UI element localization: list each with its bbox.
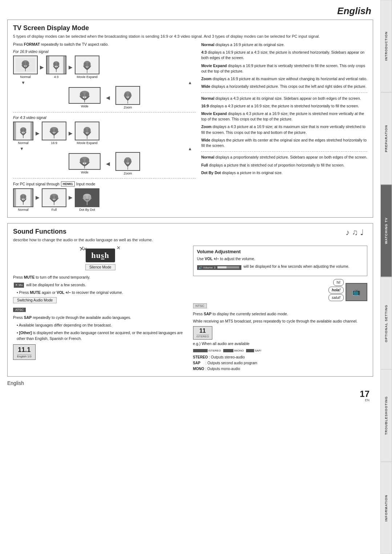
ntsc-area: NTSC bbox=[193, 303, 368, 310]
sidebar-tab-preparation[interactable]: PREPARATION bbox=[380, 93, 392, 185]
arrow-2: ▶ bbox=[69, 64, 73, 70]
screen-row-4-3-top: Normal ▶ bbox=[13, 122, 196, 145]
svg-point-24 bbox=[20, 128, 23, 132]
channel-sub-ntsc: /STEREO bbox=[196, 335, 209, 338]
label-zoom-1: Zoom bbox=[124, 106, 132, 109]
mute-bullet: • Press MUTE again or VOL +/– to recover… bbox=[13, 290, 188, 296]
desc-4-3: 4:3 displays a 16:9 picture at a 4:3 siz… bbox=[201, 50, 367, 61]
ntsc-badge: NTSC bbox=[193, 303, 207, 308]
screen-16-9: 16:9 bbox=[42, 122, 66, 145]
bottom-english-label: English bbox=[7, 380, 373, 386]
screen-movie-expand-1: Movie Expand bbox=[75, 56, 99, 79]
mono-label: /MONO bbox=[234, 349, 244, 352]
label-normal-pc: Normal bbox=[18, 208, 28, 212]
tv-icon-glyph: 📺 bbox=[352, 288, 360, 296]
tv-section-box: TV Screen Display Mode 5 types of displa… bbox=[7, 20, 373, 218]
mono-seg: /MONO bbox=[223, 349, 244, 352]
label-wide-1: Wide bbox=[81, 104, 89, 108]
stereo-seg: /STEREO bbox=[193, 349, 221, 352]
sap-bar bbox=[246, 349, 254, 352]
sound-two-col: ✕ ✕ ✕ hush Silence Mode Press MUTE to tu… bbox=[13, 246, 367, 372]
desc-wide-2: Wide displays the picture with its cente… bbox=[201, 138, 367, 148]
svg-point-20 bbox=[124, 93, 127, 97]
svg-point-48 bbox=[50, 196, 53, 200]
english-header: English bbox=[7, 5, 373, 17]
svg-point-9 bbox=[57, 62, 59, 66]
pc-input-label: For PC input signal through HDMI1 Input … bbox=[13, 181, 196, 186]
silence-mode-label: Silence Mode bbox=[85, 264, 115, 270]
audio-bars-row: /STEREO /MONO SAP/ bbox=[193, 349, 368, 352]
label-movie-expand-1: Movie Expand bbox=[77, 75, 97, 79]
channel-sub-atsc: English 1/3 bbox=[17, 354, 32, 358]
label-zoom-2: Zoom bbox=[124, 172, 132, 175]
sound-section-box: Sound Functions describe how to change t… bbox=[7, 223, 373, 377]
format-instruction: Press FORMAT repeatedly to switch the TV… bbox=[13, 42, 196, 46]
page-number: 17 bbox=[360, 390, 369, 398]
arrow-5: ▶ bbox=[69, 130, 73, 136]
hola-bubble: hola! bbox=[328, 287, 344, 294]
svg-point-28 bbox=[50, 129, 53, 133]
svg-point-8 bbox=[53, 62, 56, 66]
screen-normal-pc: Normal bbox=[13, 188, 33, 212]
sidebar-tab-troubleshooting[interactable]: TROUBLESHOOTING bbox=[380, 369, 392, 462]
svg-point-13 bbox=[88, 62, 91, 67]
page-num-block: 17 EN bbox=[360, 390, 369, 402]
sidebar-tab-information[interactable]: INFORMATION bbox=[380, 462, 392, 554]
desc-divider-1 bbox=[201, 93, 367, 93]
svg-point-17 bbox=[85, 93, 89, 97]
desc-zoom-2: Zoom displays a 4:3 picture at a 16:9 si… bbox=[201, 124, 367, 135]
desc-full: Full displays a picture that is stretche… bbox=[201, 163, 367, 168]
svg-point-49 bbox=[55, 196, 58, 200]
arrow-7: ▶ bbox=[36, 194, 40, 200]
svg-point-33 bbox=[88, 128, 91, 133]
desc-wide-1: Wide displays a horizontally stretched p… bbox=[201, 84, 367, 89]
salut-bubble: salut! bbox=[328, 294, 344, 301]
switching-audio-label: Switching Audio Mode bbox=[13, 297, 57, 303]
signal-16-9-label: For 16:9 video signal bbox=[13, 49, 196, 54]
arrow-3: ◀ bbox=[106, 95, 110, 100]
svg-point-5 bbox=[26, 61, 29, 66]
tv-section-subtitle: 5 types of display modes can be selected… bbox=[13, 34, 367, 38]
sound-right-col: Volume Adjustment Use VOL +/– to adjust … bbox=[193, 246, 368, 372]
label-4-3: 4:3 bbox=[54, 75, 59, 79]
tv-left: Press FORMAT repeatedly to switch the TV… bbox=[13, 42, 196, 213]
svg-point-54 bbox=[88, 196, 91, 200]
label-normal-4-3: Normal bbox=[18, 141, 28, 145]
label-movie-expand-2: Movie Expand bbox=[77, 141, 97, 145]
svg-point-16 bbox=[80, 93, 84, 97]
svg-point-4 bbox=[22, 61, 25, 66]
hush-decoration: ✕ ✕ ✕ hush bbox=[86, 249, 115, 262]
svg-point-40 bbox=[124, 159, 127, 163]
desc-normal-3: Normal displays a proportionately stretc… bbox=[201, 155, 367, 160]
svg-point-37 bbox=[85, 159, 89, 163]
ntsc-channel-display: 11 /STEREO bbox=[193, 326, 368, 340]
page-number-area: 17 EN bbox=[7, 390, 373, 402]
sidebar-tab-optional[interactable]: OPTIONAL SETTING bbox=[380, 277, 392, 370]
screen-movie-expand-2: Movie Expand bbox=[75, 122, 99, 145]
vol-display-note: will be displayed for a few seconds when… bbox=[244, 264, 350, 270]
svg-point-12 bbox=[83, 62, 86, 67]
channel-number-atsc: 11.1 English 1/3 bbox=[13, 344, 36, 360]
sidebar-tab-watching[interactable]: WATCHING TV bbox=[380, 185, 392, 277]
label-16-9: 16:9 bbox=[51, 141, 57, 145]
desc-zoom-1: Zoom displays a 16:9 picture at its maxi… bbox=[201, 76, 367, 82]
svg-point-44 bbox=[20, 195, 23, 199]
svg-point-41 bbox=[129, 159, 132, 163]
sidebar-tab-introduction[interactable]: INTRODUCTION bbox=[380, 0, 392, 93]
arrow-8: ▶ bbox=[69, 194, 73, 200]
volume-title: Volume Adjustment bbox=[197, 249, 364, 254]
page-lang: EN bbox=[360, 398, 369, 402]
screen-4-3: 4:3 bbox=[46, 56, 66, 79]
channel-number-ntsc: 11 /STEREO bbox=[193, 326, 212, 340]
screen-full-pc: Full bbox=[42, 188, 66, 212]
volume-instruction: Use VOL +/– to adjust the volume. bbox=[197, 256, 364, 262]
audio-legend: STEREO : Outputs stereo-audio SAP : Outp… bbox=[193, 354, 368, 372]
screen-normal-4-3: Normal bbox=[13, 122, 33, 145]
desc-movie-expand-2: Movie Expand displays a 4:3 picture at a… bbox=[201, 111, 367, 122]
sap-label: SAP/ bbox=[255, 349, 261, 352]
svg-point-25 bbox=[24, 128, 26, 132]
legend-mono: MONO : Outputs mono-audio bbox=[193, 366, 368, 372]
music-notes-deco: ♪ ♫ ♩ bbox=[346, 228, 364, 237]
vol-indicator: 🔊 Volume 3 bbox=[197, 265, 241, 270]
tv-right-descriptions: Normal displays a 16:9 picture at its or… bbox=[201, 42, 367, 213]
